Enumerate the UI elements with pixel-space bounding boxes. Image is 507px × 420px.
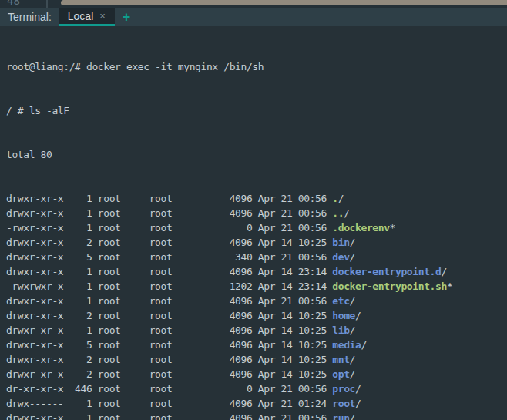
file-name: .dockerenv: [332, 222, 389, 234]
file-entry-row: drwxr-xr-x 5 root root 4096 Apr 14 10:25…: [6, 338, 504, 352]
terminal-window: 48 Terminal: Local × + root@liang:/# doc…: [0, 0, 507, 420]
directory-name: bin: [332, 237, 349, 248]
directory-name: proc: [332, 383, 355, 395]
total-line: total 80: [6, 147, 504, 162]
terminal-tabbar: Terminal: Local × +: [0, 8, 507, 26]
file-entry-row: drwxr-xr-x 1 root root 4096 Apr 21 00:56…: [6, 206, 504, 220]
directory-name: media: [332, 339, 361, 351]
directory-name: docker-entrypoint.d: [332, 266, 441, 277]
ls-command: ls -alF: [29, 105, 69, 116]
file-name: ..: [332, 207, 344, 219]
docker-command: docker exec -it mynginx /bin/sh: [86, 61, 264, 72]
tab-local[interactable]: Local ×: [59, 8, 115, 26]
file-entry-row: drwxr-xr-x 1 root root 4096 Apr 14 10:25…: [6, 323, 504, 338]
file-listing: drwxr-xr-x 1 root root 4096 Apr 21 00:56…: [6, 191, 504, 420]
file-entry-row: drwxr-xr-x 1 root root 4096 Apr 21 00:56…: [6, 411, 504, 420]
directory-name: home: [332, 310, 355, 321]
file-entry-row: drwx------ 1 root root 4096 Apr 21 01:24…: [6, 396, 504, 411]
file-entry-row: drwxr-xr-x 1 root root 4096 Apr 21 00:56…: [6, 294, 504, 308]
directory-name: mnt: [332, 354, 349, 365]
container-prompt: / #: [6, 105, 29, 116]
file-entry-row: drwxr-xr-x 5 root root 340 Apr 21 00:56 …: [6, 250, 504, 264]
file-entry-row: drwxr-xr-x 2 root root 4096 Apr 14 10:25…: [6, 367, 504, 381]
editor-strip: 48: [0, 0, 507, 8]
pane-divider: [46, 0, 48, 8]
file-name: docker-entrypoint.sh: [332, 281, 447, 292]
file-entry-row: drwxr-xr-x 2 root root 4096 Apr 14 10:25…: [6, 308, 504, 323]
file-entry-row: dr-xr-xr-x 446 root root 0 Apr 21 00:56 …: [6, 381, 504, 396]
host-prompt: root@liang:/#: [6, 61, 86, 72]
command-line-docker: root@liang:/# docker exec -it mynginx /b…: [6, 59, 504, 74]
file-entry-row: drwxr-xr-x 2 root root 4096 Apr 14 10:25…: [6, 352, 504, 367]
directory-name: root: [332, 398, 355, 409]
add-tab-button[interactable]: +: [115, 8, 139, 26]
file-entry-row: -rwxr-xr-x 1 root root 0 Apr 21 00:56 .d…: [6, 220, 504, 235]
command-line-ls: / # ls -alF: [6, 103, 504, 118]
directory-name: opt: [332, 368, 349, 380]
tab-local-title: Local: [68, 10, 93, 22]
terminal-output[interactable]: root@liang:/# docker exec -it mynginx /b…: [0, 26, 507, 420]
file-name: .: [332, 193, 337, 204]
file-entry-row: -rwxrwxr-x 1 root root 1202 Apr 14 23:14…: [6, 279, 504, 294]
terminal-label: Terminal:: [0, 8, 59, 26]
plus-icon: +: [123, 9, 131, 25]
editor-line-number: 48: [7, 0, 20, 7]
file-entry-row: drwxr-xr-x 1 root root 4096 Apr 14 23:14…: [6, 264, 504, 279]
close-icon[interactable]: ×: [99, 10, 106, 22]
directory-name: lib: [332, 324, 349, 336]
file-entry-row: drwxr-xr-x 1 root root 4096 Apr 21 00:56…: [6, 191, 504, 206]
directory-name: run: [332, 412, 349, 420]
directory-name: dev: [332, 251, 349, 263]
file-entry-row: drwxr-xr-x 2 root root 4096 Apr 14 10:25…: [6, 235, 504, 250]
directory-name: etc: [332, 295, 349, 307]
horizontal-scrollbar-thumb[interactable]: [61, 0, 507, 5]
